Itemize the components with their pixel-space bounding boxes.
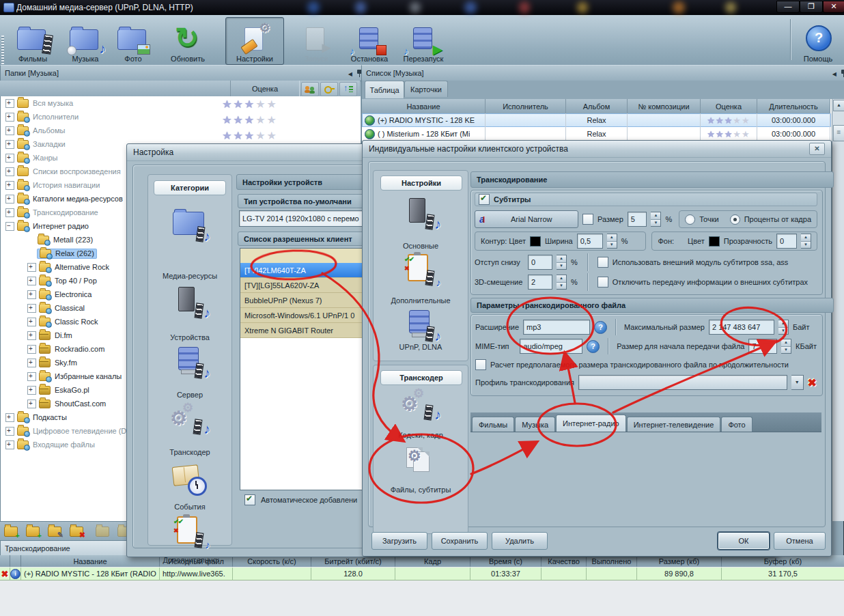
files-subtitles-icon[interactable] <box>402 446 439 476</box>
basic-settings-icon[interactable]: ♪ <box>402 198 439 228</box>
tab-films[interactable]: Фильмы <box>472 417 514 432</box>
max-size-field[interactable]: 2 147 483 647 <box>709 320 774 335</box>
expand-icon[interactable] <box>27 277 36 285</box>
advanced-settings-icon[interactable]: ✔✔✖♪ <box>402 254 439 284</box>
expand-icon[interactable] <box>5 440 14 449</box>
radio-frame-percent[interactable] <box>730 214 740 225</box>
add-folder-icon[interactable]: + <box>26 527 40 537</box>
offset3d-field[interactable]: 2 <box>528 275 552 290</box>
expand-icon[interactable] <box>27 263 36 272</box>
extension-field[interactable]: mp3 <box>523 320 590 335</box>
media-row-selected[interactable]: (+) RADIO MYSTIC - 128 KE Relax ★★★★★ 03… <box>362 113 831 127</box>
expand-icon[interactable] <box>5 413 14 422</box>
font-size-checkbox[interactable] <box>582 214 593 225</box>
ssa-checkbox[interactable] <box>597 257 608 268</box>
toolbar-refresh-button[interactable]: ↻ Обновить <box>156 17 220 65</box>
nav-item-label[interactable]: UPnP, DLNA <box>374 343 468 351</box>
category-label[interactable]: Устройства <box>148 333 231 341</box>
toolbar-films-button[interactable]: Фильмы <box>5 17 60 65</box>
external-subtitles-checkbox[interactable] <box>597 277 608 288</box>
expand-icon[interactable] <box>27 386 36 395</box>
toolbar-help-button[interactable]: Помощь <box>796 17 841 65</box>
category-label[interactable]: События <box>148 503 231 511</box>
expand-icon[interactable] <box>27 290 36 299</box>
transcoder-icon[interactable]: ♪ <box>171 406 208 436</box>
profile-combo[interactable] <box>578 375 787 390</box>
clients-icon[interactable] <box>301 82 319 96</box>
codecs-frame-icon[interactable]: ♪ <box>402 391 439 421</box>
delete-button[interactable]: Удалить <box>492 532 548 550</box>
scrollbar-thumb[interactable] <box>833 125 844 141</box>
dialog-close-icon[interactable] <box>809 143 825 155</box>
auto-add-checkbox-row[interactable]: Автоматическое добавлени <box>244 494 357 505</box>
advanced-icon[interactable]: ✔✔✖♪ <box>171 516 208 546</box>
info-icon[interactable]: i <box>10 568 21 580</box>
offset3d-stepper[interactable] <box>557 275 567 290</box>
category-label[interactable]: Транскодер <box>148 448 231 456</box>
transparency-field[interactable]: 0 <box>776 234 797 249</box>
outline-color-swatch[interactable] <box>530 236 541 247</box>
media-resources-icon[interactable]: ♪ <box>171 210 208 240</box>
key-icon[interactable] <box>320 82 338 96</box>
media-row-rating[interactable]: ★★★★★ <box>701 113 757 127</box>
expand-icon[interactable] <box>27 304 36 313</box>
minimize-button[interactable]: — <box>776 1 800 13</box>
remove-transcode-icon[interactable]: ✖ <box>0 568 10 580</box>
devices-icon[interactable]: ♪ <box>171 287 208 317</box>
category-label[interactable]: Дополнительно <box>148 556 231 564</box>
nav-item-label[interactable]: Основные <box>374 242 468 250</box>
column-duration[interactable]: Длительность <box>757 99 830 114</box>
toolbar-photo-button[interactable]: Фото <box>111 17 156 65</box>
expand-icon[interactable] <box>27 331 36 340</box>
transparency-stepper[interactable] <box>801 234 811 249</box>
category-label[interactable]: Медиа-ресурсы <box>148 272 231 280</box>
tree-item[interactable]: Вся музыка <box>1 96 361 110</box>
outline-width-field[interactable]: 0,5 <box>577 234 603 249</box>
font-size-field[interactable]: 5 <box>628 212 647 227</box>
expand-icon[interactable] <box>27 372 36 381</box>
expand-icon[interactable] <box>27 359 36 367</box>
column-artist[interactable]: Исполнитель <box>486 99 566 114</box>
column-track[interactable]: № композиции <box>628 99 701 114</box>
server-icon[interactable]: ♪ <box>171 347 208 377</box>
scroll-up-icon[interactable]: ▲ <box>833 100 844 111</box>
checkbox-checked-icon[interactable] <box>244 494 255 505</box>
expand-icon[interactable] <box>5 140 14 149</box>
hidden-folder-icon[interactable] <box>96 527 109 537</box>
tab-internet-tv[interactable]: Интернет-телевидение <box>627 417 721 432</box>
nav-item-label[interactable]: Дополнительные <box>374 296 468 305</box>
device-dialog-titlebar[interactable]: Индивидуальные настройки клиентского уст… <box>363 141 831 158</box>
font-size-stepper[interactable] <box>651 212 661 227</box>
nav-item-label[interactable]: Кодеки, кадр <box>374 431 468 439</box>
expand-icon[interactable] <box>5 427 14 436</box>
start-size-field[interactable]: 7 <box>748 339 777 354</box>
delete-folder-icon[interactable]: ✖ <box>70 527 83 537</box>
transcode-row[interactable]: ✖ i (+) RADIO MYSTIC - 128 КБит (RADIO h… <box>0 568 844 580</box>
save-button[interactable]: Сохранить <box>432 532 488 550</box>
maximize-button[interactable]: ❐ <box>800 1 823 13</box>
expand-icon[interactable] <box>5 99 14 108</box>
category-label[interactable]: Сервер <box>148 391 231 399</box>
expand-icon[interactable] <box>5 167 14 176</box>
expand-icon[interactable] <box>27 400 36 408</box>
indent-stepper[interactable] <box>557 255 567 270</box>
load-button[interactable]: Загрузить <box>371 532 427 550</box>
tab-internet-radio[interactable]: Интернет-радио <box>556 415 626 432</box>
pin-icon[interactable] <box>841 69 844 78</box>
rating-stars[interactable]: ★★★★★ <box>206 113 294 126</box>
close-button[interactable]: ✕ <box>823 1 844 13</box>
rating-column-header[interactable]: Оценка <box>230 81 300 96</box>
edit-folder-icon[interactable]: ✎ <box>48 527 61 537</box>
toolbar-settings-button[interactable]: Настройки <box>225 17 284 65</box>
max-size-stepper[interactable] <box>778 320 789 335</box>
radio-points[interactable] <box>685 214 695 225</box>
column-album[interactable]: Альбом <box>566 99 628 114</box>
combo-dropdown-icon[interactable] <box>791 375 804 390</box>
rating-stars[interactable]: ★★★★★ <box>206 129 294 142</box>
expand-icon[interactable] <box>5 181 14 190</box>
profile-delete-icon[interactable] <box>808 376 817 389</box>
column-name[interactable]: Название <box>362 99 486 114</box>
bg-color-swatch[interactable] <box>709 236 720 247</box>
nav-item-label[interactable]: Файлы, субтитры <box>374 486 468 494</box>
tab-cards[interactable]: Карточки <box>404 81 448 97</box>
